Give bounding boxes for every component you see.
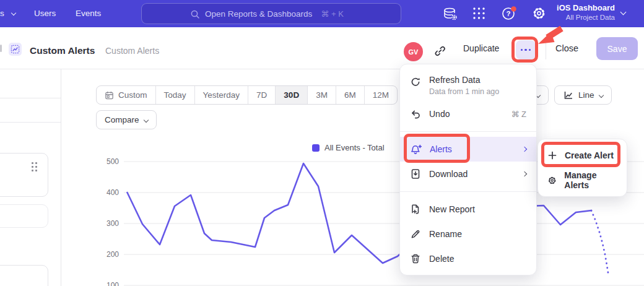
menu-item-download[interactable]: Download xyxy=(400,162,536,186)
nav-item-events[interactable]: Events xyxy=(76,9,101,18)
menu-item-label: Alerts xyxy=(430,144,452,154)
menu-item-label: Undo xyxy=(429,109,450,119)
project-name: iOS Dashboard xyxy=(557,3,615,12)
new-report-icon xyxy=(410,204,421,215)
chevron-right-icon xyxy=(522,171,527,176)
download-icon xyxy=(410,168,421,180)
chevron-down-icon xyxy=(11,11,15,15)
project-scope: All Project Data xyxy=(557,14,615,21)
undo-icon xyxy=(410,108,421,119)
date-range-today[interactable]: Today xyxy=(155,86,194,104)
duplicate-button[interactable]: Duplicate xyxy=(463,43,499,53)
data-management-button[interactable] xyxy=(442,6,458,22)
ellipsis-icon xyxy=(521,49,523,51)
panel-right-border xyxy=(61,69,61,286)
menu-divider xyxy=(400,191,536,192)
menu-item-label: Rename xyxy=(429,229,462,239)
save-button[interactable]: Save xyxy=(596,37,638,60)
apps-grid-icon xyxy=(472,6,486,20)
menu-shortcut: ⌘ Z xyxy=(511,110,526,119)
app-window: 500400300200100 All Events - Total Custo… xyxy=(0,0,644,286)
chevron-right-icon xyxy=(522,147,527,152)
help-button[interactable]: ? xyxy=(501,6,518,22)
menu-item-label: Refresh Data xyxy=(429,75,499,85)
menu-item-new-report[interactable]: New Report xyxy=(400,197,536,222)
date-range-control: Custom Today Yesterday 7D 30D 3M 6M 12M xyxy=(96,85,398,105)
chevron-down-icon xyxy=(620,9,627,15)
alert-bell-icon xyxy=(410,144,422,155)
date-range-30d-selected[interactable]: 30D xyxy=(275,86,307,104)
menu-item-label: Create Alert xyxy=(565,150,614,160)
y-tick-label: 400 xyxy=(98,188,119,197)
y-tick-label: 300 xyxy=(98,219,119,228)
drag-handle-icon[interactable] xyxy=(32,162,38,171)
breadcrumb: Custom Alerts xyxy=(105,46,159,56)
date-range-12m[interactable]: 12M xyxy=(364,86,397,104)
query-card[interactable] xyxy=(0,265,48,286)
more-options-button[interactable] xyxy=(516,40,536,59)
y-tick-label: 200 xyxy=(98,250,119,259)
apps-grid-button[interactable] xyxy=(472,6,486,20)
legend-swatch xyxy=(312,144,320,152)
global-search[interactable]: Open Reports & Dashboards ⌘ + K xyxy=(141,3,401,24)
menu-item-label: Manage Alerts xyxy=(564,170,617,190)
avatar[interactable]: GV xyxy=(404,42,423,61)
pencil-icon xyxy=(410,228,421,240)
page-title: Custom Alerts xyxy=(30,45,95,56)
date-range-7d[interactable]: 7D xyxy=(248,86,275,104)
plus-icon xyxy=(547,150,557,160)
query-card[interactable] xyxy=(0,153,48,197)
cut-icon xyxy=(0,45,2,52)
chevron-down-icon xyxy=(143,117,148,122)
chevron-down-icon xyxy=(598,92,603,97)
more-options-menu: Refresh Data Data from 1 min ago Undo ⌘ … xyxy=(399,64,537,275)
search-shortcut: ⌘ + K xyxy=(321,9,344,19)
menu-item-refresh-data[interactable]: Refresh Data Data from 1 min ago xyxy=(400,71,536,102)
date-range-6m[interactable]: 6M xyxy=(336,86,364,104)
report-header: Custom Alerts Custom Alerts GV Duplicate… xyxy=(0,27,644,69)
alerts-submenu: Create Alert Manage Alerts xyxy=(537,139,627,197)
date-range-3m[interactable]: 3M xyxy=(307,86,336,104)
search-placeholder: Open Reports & Dashboards xyxy=(205,9,312,19)
nav-item-cut[interactable]: s xyxy=(0,9,15,18)
menu-item-undo[interactable]: Undo ⌘ Z xyxy=(400,102,536,126)
project-selector[interactable]: iOS Dashboard All Project Data xyxy=(557,3,625,21)
date-range-custom[interactable]: Custom xyxy=(97,86,155,104)
y-tick-label: 100 xyxy=(98,281,119,286)
help-icon: ? xyxy=(501,6,518,22)
submenu-item-manage-alerts[interactable]: Manage Alerts xyxy=(538,168,627,193)
date-range-yesterday[interactable]: Yesterday xyxy=(194,86,248,104)
chart-type-button[interactable]: Line xyxy=(554,85,612,105)
trash-icon xyxy=(410,253,421,264)
line-chart-icon xyxy=(563,90,573,100)
panel-divider xyxy=(0,122,61,123)
top-navigation: s Users Events Open Reports & Dashboards… xyxy=(0,0,644,27)
notification-badge xyxy=(511,6,516,12)
menu-item-label: Download xyxy=(429,169,468,179)
compare-button[interactable]: Compare xyxy=(96,110,157,129)
close-button[interactable]: Close xyxy=(555,43,578,53)
menu-item-label: Delete xyxy=(429,254,454,264)
search-icon xyxy=(190,9,200,19)
share-link-button[interactable] xyxy=(433,45,446,58)
legend-label: All Events - Total xyxy=(324,143,385,152)
nav-item-users[interactable]: Users xyxy=(34,9,56,18)
menu-item-sublabel: Data from 1 min ago xyxy=(429,87,499,96)
menu-item-rename[interactable]: Rename xyxy=(400,222,536,246)
query-card[interactable] xyxy=(0,204,48,228)
date-range-label: Custom xyxy=(118,90,147,100)
legend-item-all-events[interactable]: All Events - Total xyxy=(312,143,385,152)
menu-item-alerts[interactable]: Alerts xyxy=(400,137,536,162)
menu-item-delete[interactable]: Delete xyxy=(400,246,536,271)
panel-divider xyxy=(0,98,61,98)
report-type-icon xyxy=(9,43,22,56)
link-icon xyxy=(433,45,446,58)
divider xyxy=(546,41,546,59)
submenu-item-create-alert[interactable]: Create Alert xyxy=(538,143,627,168)
settings-button[interactable] xyxy=(531,6,547,21)
refresh-icon xyxy=(410,76,421,87)
svg-text:?: ? xyxy=(506,10,510,17)
gear-icon xyxy=(547,175,557,186)
database-icon xyxy=(442,6,458,22)
menu-divider xyxy=(400,131,536,132)
